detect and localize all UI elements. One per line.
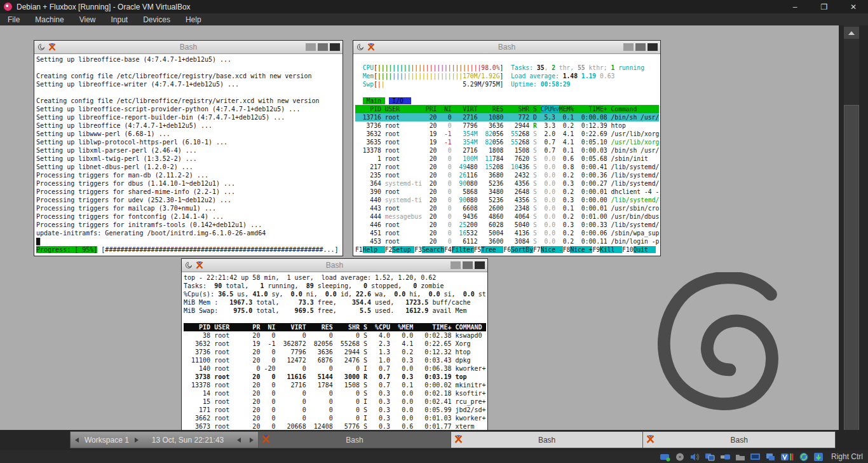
features-icon[interactable] [780, 452, 794, 462]
maximize-button[interactable] [318, 43, 328, 51]
terminal-line: %Cpu(s): 36.5 us, 41.0 sy, 0.0 ni, 0.0 i… [184, 290, 486, 298]
minimize-button[interactable]: – [780, 0, 810, 13]
fluxbox-toolbar: Workspace 1 13 Oct, Sun 22:21:43 Bash Ba… [70, 431, 836, 448]
menu-view[interactable]: View [72, 15, 104, 24]
workspace-label[interactable]: Workspace 1 [85, 436, 129, 445]
terminal-line: Setting up libxml-parser-perl (2.46-4) .… [36, 146, 341, 155]
taskbar-window-label: Bash [538, 436, 555, 445]
menu-devices[interactable]: Devices [135, 15, 178, 24]
iconify-button[interactable] [306, 43, 316, 51]
terminal-line: Processing triggers for mailcap (3.70+nm… [36, 204, 341, 212]
terminal-line: Setting up libnet-dbus-perl (1.2.0-2) ..… [36, 163, 341, 171]
close-button[interactable] [475, 261, 485, 269]
window-title-text: Bash [353, 43, 660, 52]
display-icon[interactable] [750, 452, 761, 462]
window-titlebar[interactable]: Bash [353, 41, 660, 54]
terminal-line: 3662 root 20 0 0 0 0 I 0.3 0.0 0:01.03 k… [184, 414, 486, 422]
window-titlebar[interactable]: Bash [34, 41, 342, 54]
close-button[interactable]: ✕ [839, 0, 868, 13]
usb-icon[interactable] [720, 452, 731, 462]
scrollbar-thumb[interactable] [844, 105, 859, 434]
scroll-up-button[interactable] [844, 27, 859, 39]
terminal-line: Setting up libwww-perl (6.68-1) ... [36, 130, 341, 138]
maximize-button[interactable] [635, 43, 646, 51]
terminal-line: Swp[|| 5.29M/975M] Uptime: 00:58:29 [355, 80, 659, 88]
prev-workspace-arrow[interactable] [75, 438, 79, 443]
xterm-icon [196, 261, 203, 269]
hard-disk-icon[interactable] [660, 452, 670, 462]
terminal-line: 3738 root 20 0 11616 5144 3000 R 0.7 0.3… [184, 373, 486, 381]
close-button[interactable] [330, 43, 340, 51]
maximize-button[interactable]: ❐ [810, 0, 839, 13]
terminal-line: 38 root 20 0 0 0 0 S 4.0 0.0 0:02.38 ksw… [184, 331, 486, 340]
taskbar-window-bash-3[interactable]: Bash [642, 432, 835, 448]
terminal-line: 364 systemd-ti 20 0 90080 5236 4356 S 0.… [355, 179, 659, 188]
virtualbox-logo-icon [4, 3, 12, 11]
taskbar-window-bash-2[interactable]: Bash [451, 432, 643, 448]
terminal-window-apt: Bash Setting up libreoffice-base (4:7.4.… [34, 40, 343, 256]
terminal-line: Setting up libreoffice-base (4:7.4.7-1+d… [36, 55, 341, 64]
next-workspace-arrow[interactable] [135, 438, 139, 443]
terminal-line: 3632 root 19 -1 354M 82056 55268 S 2.0 4… [355, 130, 659, 138]
terminal-line: 390 root 20 0 5868 3480 2648 S 0.0 0.2 0… [355, 188, 659, 196]
debian-swirl-logo [654, 272, 787, 420]
terminal-line: F1Help F2Setup F3SearchF4FilterF5Tree F6… [355, 245, 659, 254]
terminal-line: 451 root 20 0 16532 5004 4136 S 0.0 0.2 … [355, 229, 659, 237]
next-window-arrow[interactable] [250, 438, 254, 443]
terminal-line: PID USER PR NI VIRT RES SHR S %CPU %MEM … [184, 323, 486, 331]
window-menu-icon[interactable] [37, 43, 45, 51]
taskbar-window-label: Bash [731, 436, 748, 445]
toolbar-strip: Workspace 1 13 Oct, Sun 22:21:43 Bash Ba… [0, 430, 868, 450]
terminal-line: 3632 root 19 -1 362872 82056 55268 S 2.3… [184, 340, 486, 348]
prev-window-arrow[interactable] [237, 438, 241, 443]
terminal-line: 443 root 20 0 6608 2600 2348 S 0.0 0.1 0… [355, 204, 659, 212]
network-icon[interactable] [705, 452, 715, 462]
window-controls: – ❐ ✕ [780, 0, 868, 13]
menu-help[interactable]: Help [178, 15, 209, 24]
optical-disk-icon[interactable] [675, 452, 685, 462]
terminal-output-htop[interactable]: CPU[||||||||||||||||||||||||||||98.0%] T… [353, 54, 660, 254]
maximize-button[interactable] [463, 261, 473, 269]
desktop: Bash Setting up libreoffice-base (4:7.4.… [0, 25, 839, 430]
terminal-line [184, 315, 486, 323]
audio-icon[interactable] [689, 452, 700, 462]
menu-input[interactable]: Input [104, 15, 136, 24]
terminal-output-top[interactable]: top - 22:21:42 up 58 min, 1 user, load a… [182, 272, 487, 430]
terminal-line: Setting up libreoffice-script-provider-p… [36, 105, 341, 113]
menu-machine[interactable]: Machine [27, 15, 71, 24]
virtualbox-window-title: Debian + Fluxbox [Running] - Oracle VM V… [17, 3, 191, 11]
terminal-line: 453 root 20 0 6112 3600 3084 S 0.0 0.2 0… [355, 237, 659, 245]
window-menu-icon[interactable] [185, 261, 193, 269]
terminal-line [36, 64, 341, 72]
virtualbox-statusbar: Right Ctrl [0, 450, 868, 463]
host-key-label: Right Ctrl [831, 452, 863, 461]
terminal-line: MiB Swap: 975.0 total, 969.5 free, 5.5 u… [184, 307, 486, 315]
terminal-line: Setting up libreoffice (4:7.4.7-1+deb12u… [36, 121, 341, 130]
taskbar-window-bash-1[interactable]: Bash [258, 432, 451, 448]
menu-file[interactable]: File [0, 15, 27, 24]
terminal-output-apt[interactable]: Setting up libreoffice-base (4:7.4.7-1+d… [34, 54, 342, 254]
clock: 13 Oct, Sun 22:21:43 [152, 436, 224, 445]
vertical-scrollbar[interactable] [844, 25, 859, 450]
iconify-button[interactable] [451, 261, 461, 269]
terminal-line: Setting up liblwp-protocol-https-perl (6… [36, 138, 341, 146]
terminal-line: Mem[|||||||||||||||||||||||170M/1.92G] L… [355, 72, 659, 80]
terminal-line: MiB Mem : 1967.3 total, 73.3 free, 354.4… [184, 298, 486, 307]
terminal-line: 3635 root 19 -1 354M 82056 55268 S 0.7 4… [355, 138, 659, 146]
terminal-line [355, 55, 659, 64]
terminal-window-top: Bash top - 22:21:42 up 58 min, 1 user, l… [181, 258, 488, 430]
virtualbox-titlebar: Debian + Fluxbox [Running] - Oracle VM V… [0, 0, 868, 13]
terminal-line: Processing triggers for shared-mime-info… [36, 188, 341, 196]
recording-icon[interactable] [765, 452, 776, 462]
auto-resize-icon[interactable] [813, 452, 824, 462]
close-button[interactable] [648, 43, 658, 51]
window-titlebar[interactable]: Bash [182, 259, 487, 272]
xterm-icon [48, 43, 56, 51]
terminal-line: 140 root 0 -20 0 0 0 I 0.7 0.0 0:06.38 k… [184, 364, 486, 373]
window-menu-icon[interactable] [356, 43, 364, 51]
mouse-integration-icon[interactable] [799, 452, 809, 462]
terminal-line: Setting up libxml-twig-perl (1:3.52-2) .… [36, 155, 341, 163]
shared-folders-icon[interactable] [735, 452, 745, 462]
terminal-line: Processing triggers for udev (252.30-1~d… [36, 196, 341, 204]
iconify-button[interactable] [623, 43, 634, 51]
